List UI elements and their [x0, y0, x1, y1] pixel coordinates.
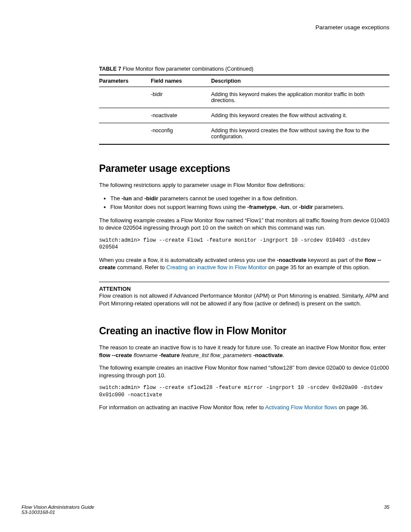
table-label: TABLE 7 [99, 66, 121, 72]
attention-box: ATTENTION Flow creation is not allowed i… [99, 282, 389, 307]
section-heading-parameter-usage: Parameter usage exceptions [99, 163, 389, 174]
table-row: -bidir Adding this keyword makes the app… [99, 87, 389, 108]
text: When you create a flow, it is automatica… [99, 257, 277, 263]
para-activating-ref: For information on activating an inactiv… [99, 404, 389, 411]
opt-noactivate: -noactivate [277, 257, 307, 263]
code-block-1: switch:admin> flow --create Flow1 -featu… [99, 237, 389, 251]
opt-frametype: -frametype [247, 204, 276, 210]
opt-noactivate: -noactivate [253, 352, 283, 358]
cell-desc: Adding this keyword creates the flow wit… [211, 108, 389, 123]
opt-bidir: -bidir [299, 204, 313, 210]
cmd-flow-create: flow --create [99, 352, 132, 358]
link-creating-inactive-flow[interactable]: Creating an inactive flow in Flow Monito… [166, 264, 267, 271]
text: For information on activating an inactiv… [99, 404, 265, 411]
table-header-row: Parameters Field names Description [99, 75, 389, 87]
list-item: Flow Monitor does not support learning f… [110, 203, 389, 212]
col-parameters: Parameters [99, 75, 151, 87]
arg-flowname: flowname [134, 352, 158, 358]
footer-docnum: 53-1003168-01 [22, 510, 389, 515]
link-activating-flows[interactable]: Activating Flow Monitor flows [265, 404, 337, 411]
cell-desc: Adding this keyword creates the flow wit… [211, 123, 389, 145]
parameter-table: Parameters Field names Description -bidi… [99, 75, 389, 145]
text: on page 35 for an example of this option… [267, 264, 370, 271]
opt-lun: -lun [279, 204, 290, 210]
col-description: Description [211, 75, 389, 87]
text: , or [289, 204, 299, 210]
text: and [132, 195, 144, 202]
opt-feature: -feature [159, 352, 180, 358]
para-reason: The reason to create an inactive flow is… [99, 344, 389, 359]
para-intro: The following restrictions apply to para… [99, 181, 389, 189]
table-caption: TABLE 7 Flow Monitor flow parameter comb… [99, 66, 389, 72]
text: The reason to create an inactive flow is… [99, 344, 386, 351]
list-item: The -lun and -bidir parameters cannot be… [110, 194, 389, 203]
text: command. Refer to [115, 264, 166, 271]
restriction-list: The -lun and -bidir parameters cannot be… [99, 194, 389, 212]
col-field-names: Field names [151, 75, 211, 87]
text: parameters cannot be used together in a … [158, 195, 298, 202]
cell-field: -noconfig [151, 123, 211, 145]
opt-bidir: -bidir [144, 195, 159, 202]
text: keyword as part of the [306, 257, 364, 263]
code-block-2: switch:admin> flow --create sflow128 -fe… [99, 384, 389, 398]
para-example2: The following example creates an inactiv… [99, 364, 389, 379]
cell-field: -noactivate [151, 108, 211, 123]
footer-title: Flow Vision Administrators Guide [22, 504, 389, 510]
text: on page 36. [337, 404, 368, 411]
para-example1: The following example creates a Flow Mon… [99, 217, 389, 232]
running-head: Parameter usage exceptions [99, 24, 389, 31]
section-heading-creating-inactive: Creating an inactive flow in Flow Monito… [99, 325, 389, 337]
table-row: -noactivate Adding this keyword creates … [99, 108, 389, 123]
opt-lun: -lun [121, 195, 132, 202]
text: , [276, 204, 279, 210]
attention-label: ATTENTION [99, 286, 389, 292]
text: parameters. [313, 204, 344, 210]
arg-feature-list: feature_list flow_parameters [181, 352, 252, 358]
page-footer: 35 Flow Vision Administrators Guide 53-1… [22, 504, 389, 515]
table-caption-text: Flow Monitor flow parameter combinations… [123, 66, 254, 72]
text: The [110, 195, 121, 202]
attention-text: Flow creation is not allowed if Advanced… [99, 292, 389, 307]
cell-desc: Adding this keyword makes the applicatio… [211, 87, 389, 108]
text: . [283, 352, 284, 358]
cell-param [99, 123, 151, 145]
page-container: Parameter usage exceptions TABLE 7 Flow … [0, 0, 411, 532]
cell-param [99, 108, 151, 123]
page-number: 35 [384, 504, 389, 510]
para-noactivate: When you create a flow, it is automatica… [99, 256, 389, 271]
table-row: -noconfig Adding this keyword creates th… [99, 123, 389, 145]
text: Flow Monitor does not support learning f… [110, 204, 247, 210]
cell-param [99, 87, 151, 108]
cell-field: -bidir [151, 87, 211, 108]
